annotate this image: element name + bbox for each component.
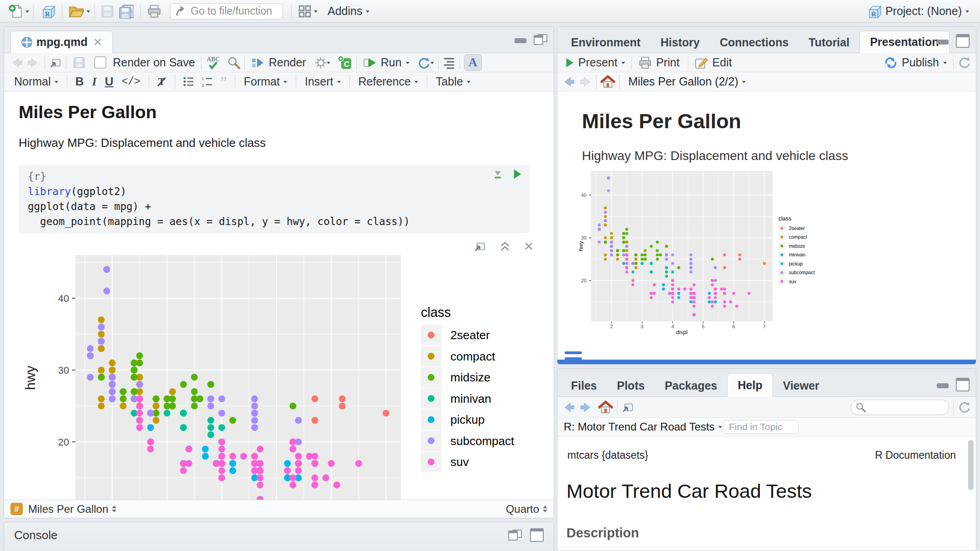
tab-files[interactable]: Files [561, 374, 607, 397]
run-dropdown[interactable] [406, 62, 409, 66]
back-icon[interactable] [11, 57, 23, 69]
bullet-list-icon[interactable] [182, 75, 195, 88]
render-settings-gear-icon[interactable] [315, 57, 327, 69]
output-show-in-window-icon[interactable] [474, 240, 486, 252]
open-file-button[interactable] [69, 5, 84, 18]
tab-mpg-qmd[interactable]: mpg.qmd ✕ [10, 31, 113, 53]
help-content[interactable]: mtcars {datasets} R Documentation Motor … [557, 436, 976, 551]
outline-icon[interactable] [443, 56, 455, 69]
present-button[interactable]: Present [565, 56, 625, 69]
run-button[interactable]: Run [363, 56, 404, 69]
help-search-box[interactable] [851, 400, 949, 415]
help-back-icon[interactable] [563, 401, 576, 414]
slide-menu-icon[interactable] [565, 351, 582, 361]
goto-file-search[interactable] [170, 3, 283, 20]
help-scrollbar[interactable] [968, 440, 974, 490]
print-button[interactable] [147, 5, 162, 18]
table-menu[interactable]: Table [436, 75, 470, 88]
insert-chunk-icon[interactable] [338, 55, 352, 70]
chunk-code[interactable]: {r}library(ggplot2)ggplot(data = mpg) + … [28, 169, 520, 229]
find-replace-icon[interactable] [227, 56, 240, 69]
edit-presentation-button[interactable]: Edit [695, 56, 734, 69]
tab-viewer[interactable]: Viewer [773, 374, 829, 397]
tab-connections[interactable]: Connections [710, 32, 798, 53]
numbered-list-icon[interactable] [201, 75, 213, 88]
render-button[interactable]: Render [251, 56, 308, 69]
close-tab-icon[interactable]: ✕ [93, 36, 102, 49]
show-in-new-window-icon[interactable] [49, 57, 62, 69]
tab-environment[interactable]: Environment [561, 32, 651, 53]
help-topic-selector[interactable]: R: Motor Trend Car Road Tests [564, 421, 722, 433]
mode-selector-icon[interactable] [543, 503, 547, 515]
minimize-icon[interactable] [515, 35, 526, 44]
publish-button[interactable]: Publish [884, 56, 947, 69]
paragraph-style-menu[interactable]: Normal [14, 75, 58, 88]
clear-output-icon[interactable]: ✕ [524, 242, 534, 251]
new-project-button[interactable] [40, 4, 56, 19]
addins-menu[interactable]: Addins [328, 5, 369, 18]
home-slide-icon[interactable] [601, 75, 615, 89]
help-show-in-window-icon[interactable] [621, 401, 634, 413]
slide-viewport[interactable]: Miles Per Gallon Highway MPG: Displaceme… [557, 91, 976, 361]
insert-menu[interactable]: Insert [305, 75, 341, 88]
forward-icon[interactable] [27, 57, 39, 69]
rerun-icon[interactable] [417, 56, 430, 69]
save-all-button[interactable] [118, 4, 134, 19]
statusbar-section[interactable]: Miles Per Gallon [28, 503, 108, 516]
format-menu[interactable]: Format [244, 75, 287, 88]
help-search-input[interactable] [869, 401, 945, 414]
render-on-save-checkbox[interactable] [94, 56, 106, 69]
tab-packages[interactable]: Packages [655, 374, 727, 397]
reference-menu[interactable]: Reference [359, 75, 418, 88]
render-settings-dropdown[interactable] [327, 62, 330, 66]
save-doc-icon[interactable] [73, 57, 85, 69]
source-editor-pane: mpg.qmd ✕ Render on Save Render Run [4, 26, 554, 518]
code-chunk[interactable]: {r}library(ggplot2)ggplot(data = mpg) + … [19, 165, 529, 233]
console-header[interactable]: Console [4, 522, 554, 548]
rerun-dropdown[interactable] [430, 62, 434, 66]
section-selector-icon[interactable] [112, 503, 116, 515]
italic-button[interactable]: I [92, 75, 96, 89]
spellcheck-icon[interactable] [206, 55, 221, 70]
console-maximize-icon[interactable] [530, 528, 544, 542]
tab-history[interactable]: History [651, 32, 710, 53]
tab-plots[interactable]: Plots [607, 374, 655, 397]
maximize-icon[interactable] [534, 34, 547, 45]
new-file-dropdown[interactable] [25, 10, 29, 15]
tab-help[interactable]: Help [727, 373, 773, 397]
help-forward-icon[interactable] [579, 401, 592, 414]
find-in-topic-input[interactable] [723, 420, 798, 434]
tab-presentation[interactable]: Presentation [859, 31, 949, 53]
minimize-icon[interactable] [937, 36, 949, 45]
bold-button[interactable]: B [76, 75, 84, 89]
new-file-button[interactable] [9, 4, 23, 19]
slide-back-icon[interactable] [563, 75, 576, 88]
tab-tutorial[interactable]: Tutorial [798, 32, 859, 53]
open-recent-dropdown[interactable] [86, 10, 90, 15]
help-home-icon[interactable] [598, 401, 613, 414]
collapse-output-icon[interactable] [499, 240, 511, 252]
addins-grid-dropdown[interactable] [314, 10, 318, 15]
slide-selector[interactable]: Miles Per Gallon (2/2) [628, 75, 746, 88]
help-refresh-icon[interactable] [958, 401, 970, 414]
goto-file-input[interactable] [190, 4, 278, 19]
blockquote-icon[interactable]: ” [220, 77, 227, 86]
statusbar-mode[interactable]: Quarto [506, 503, 539, 516]
run-all-above-icon[interactable] [492, 169, 504, 180]
refresh-presentation-icon[interactable] [958, 56, 970, 69]
project-menu[interactable]: Project: (None) [866, 4, 969, 19]
addins-grid-button[interactable] [298, 5, 312, 18]
maximize-icon[interactable] [956, 34, 970, 48]
slide-forward-icon[interactable] [579, 75, 592, 88]
console-restore-icon[interactable] [508, 530, 522, 541]
print-presentation-button[interactable]: Print [638, 56, 681, 69]
save-button[interactable] [101, 5, 114, 18]
visual-editor-toggle[interactable]: A [464, 54, 482, 71]
editor-content[interactable]: Miles Per Gallon Highway MPG: Displaceme… [4, 91, 554, 501]
underline-button[interactable]: U [105, 75, 113, 89]
minimize-icon[interactable] [937, 380, 949, 389]
maximize-icon[interactable] [956, 378, 970, 391]
run-chunk-icon[interactable] [513, 169, 522, 180]
code-button[interactable]: </> [121, 76, 140, 88]
clear-formatting-icon[interactable] [156, 76, 168, 88]
